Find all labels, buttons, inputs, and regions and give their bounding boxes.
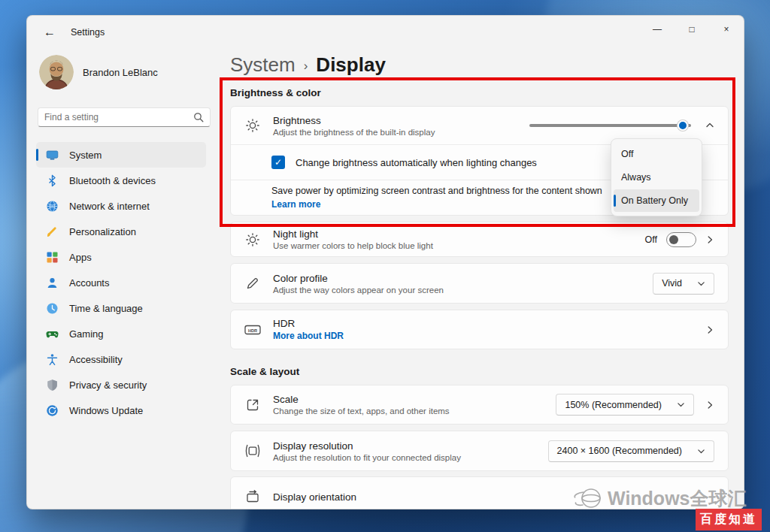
shield-icon <box>45 379 59 391</box>
svg-text:HDR: HDR <box>248 328 257 332</box>
sidebar: Brandon LeBlanc System Bluetooth & devic… <box>27 49 215 509</box>
sidebar-item-gaming[interactable]: Gaming <box>36 321 206 346</box>
watermark-channel-text: Windows全球汇 <box>608 486 747 511</box>
color-profile-subtitle: Adjust the way colors appear on your scr… <box>273 286 444 295</box>
update-icon <box>45 404 59 417</box>
main-content: System › Display Brightness & color <box>215 49 744 509</box>
night-light-card: Night light Use warmer colors to help bl… <box>230 222 729 257</box>
breadcrumb: System › Display <box>230 53 729 77</box>
brightness-title: Brightness <box>273 115 435 126</box>
sidebar-item-label: Bluetooth & devices <box>69 175 156 186</box>
sidebar-item-system[interactable]: System <box>36 142 206 168</box>
globe-icon <box>45 200 59 213</box>
scale-icon <box>243 397 262 413</box>
brightness-slider[interactable] <box>529 124 691 127</box>
auto-brightness-label: Change brightness automatically when lig… <box>296 157 537 168</box>
flyout-option-label: Always <box>621 172 651 183</box>
brush-icon <box>45 225 59 238</box>
night-light-state: Off <box>645 234 657 245</box>
flyout-option-off[interactable]: Off <box>614 143 699 165</box>
night-light-subtitle: Use warmer colors to help block blue lig… <box>273 241 433 250</box>
color-profile-card: Color profile Adjust the way colors appe… <box>230 263 729 304</box>
sidebar-item-windows-update[interactable]: Windows Update <box>36 397 206 423</box>
scale-value: 150% (Recommended) <box>565 400 662 410</box>
back-button[interactable]: ← <box>36 21 63 44</box>
hdr-icon: HDR <box>243 322 262 337</box>
section-scale-layout: Scale & layout <box>230 366 729 379</box>
sidebar-item-apps[interactable]: Apps <box>36 244 206 270</box>
sidebar-item-label: Accessibility <box>69 354 123 365</box>
color-profile-dropdown[interactable]: Vivid <box>653 273 714 295</box>
battery-mode-flyout: Off Always On Battery Only <box>611 138 702 216</box>
settings-window: ← Settings — □ × <box>26 15 744 509</box>
flyout-option-on-battery-only[interactable]: On Battery Only <box>614 189 699 212</box>
minimize-button[interactable]: — <box>640 16 675 43</box>
night-light-title: Night light <box>273 228 433 240</box>
pen-icon <box>243 276 262 291</box>
globe-sketch-icon <box>573 485 603 511</box>
brightness-slider-thumb[interactable] <box>678 120 688 131</box>
night-light-toggle[interactable] <box>666 232 696 247</box>
learn-more-link[interactable]: Learn more <box>271 199 602 210</box>
clock-icon <box>45 302 59 315</box>
resolution-icon <box>243 443 262 458</box>
flyout-option-always[interactable]: Always <box>614 166 699 189</box>
color-profile-title: Color profile <box>273 273 444 284</box>
orientation-title: Display orientation <box>273 491 356 503</box>
sidebar-item-label: Gaming <box>69 328 104 340</box>
sidebar-item-label: System <box>69 150 102 161</box>
window-controls: — □ × <box>640 16 744 43</box>
auto-brightness-checkbox[interactable]: ✓ <box>271 156 285 169</box>
search-box[interactable] <box>38 107 211 127</box>
chevron-right-icon <box>705 325 714 334</box>
sidebar-item-label: Windows Update <box>69 405 143 416</box>
maximize-button[interactable]: □ <box>675 16 709 43</box>
breadcrumb-root[interactable]: System <box>230 53 296 77</box>
sidebar-item-accessibility[interactable]: Accessibility <box>36 346 206 372</box>
breadcrumb-separator-icon: › <box>304 59 308 74</box>
back-arrow-icon: ← <box>44 26 56 39</box>
night-light-icon <box>243 232 262 247</box>
scale-row[interactable]: Scale Change the size of text, apps, and… <box>231 385 728 424</box>
scale-title: Scale <box>273 394 450 405</box>
color-profile-row[interactable]: Color profile Adjust the way colors appe… <box>231 264 728 303</box>
resolution-card: Display resolution Adjust the resolution… <box>230 431 729 471</box>
user-profile[interactable]: Brandon LeBlanc <box>39 55 215 89</box>
chevron-right-icon <box>705 401 714 410</box>
sidebar-item-network-internet[interactable]: Network & internet <box>36 193 206 219</box>
maximize-icon: □ <box>689 24 694 35</box>
person-icon <box>45 277 59 289</box>
scale-dropdown[interactable]: 150% (Recommended) <box>556 394 694 416</box>
hdr-card: HDR HDR More about HDR <box>230 310 729 349</box>
orientation-icon <box>243 489 262 504</box>
chevron-up-icon[interactable] <box>705 121 714 130</box>
sidebar-item-label: Network & internet <box>69 201 150 212</box>
accessibility-icon <box>45 353 59 366</box>
sidebar-item-label: Accounts <box>69 277 109 289</box>
chevron-down-icon <box>677 401 685 409</box>
search-input[interactable] <box>44 112 193 122</box>
hdr-learn-link[interactable]: More about HDR <box>273 331 344 341</box>
sidebar-item-accounts[interactable]: Accounts <box>36 270 206 295</box>
sidebar-item-personalization[interactable]: Personalization <box>36 219 206 244</box>
color-profile-value: Vivid <box>662 278 682 289</box>
sidebar-item-privacy-security[interactable]: Privacy & security <box>36 372 206 397</box>
sidebar-item-bluetooth-devices[interactable]: Bluetooth & devices <box>36 168 206 193</box>
flyout-option-label: On Battery Only <box>621 195 688 206</box>
sun-icon <box>243 118 262 133</box>
scale-subtitle: Change the size of text, apps, and other… <box>273 407 450 416</box>
close-button[interactable]: × <box>709 16 744 43</box>
resolution-title: Display resolution <box>273 440 461 452</box>
scale-card: Scale Change the size of text, apps, and… <box>230 385 729 425</box>
resolution-row[interactable]: Display resolution Adjust the resolution… <box>231 431 728 470</box>
hdr-row[interactable]: HDR HDR More about HDR <box>231 310 728 349</box>
sidebar-item-time-language[interactable]: Time & language <box>36 295 206 321</box>
close-icon: × <box>723 24 729 35</box>
minimize-icon: — <box>653 24 662 35</box>
resolution-dropdown[interactable]: 2400 × 1600 (Recommended) <box>548 440 714 462</box>
window-title: Settings <box>71 27 105 38</box>
titlebar: ← Settings — □ × <box>27 16 744 49</box>
avatar <box>39 55 74 89</box>
bluetooth-icon <box>45 174 59 187</box>
night-light-row[interactable]: Night light Use warmer colors to help bl… <box>231 222 728 256</box>
